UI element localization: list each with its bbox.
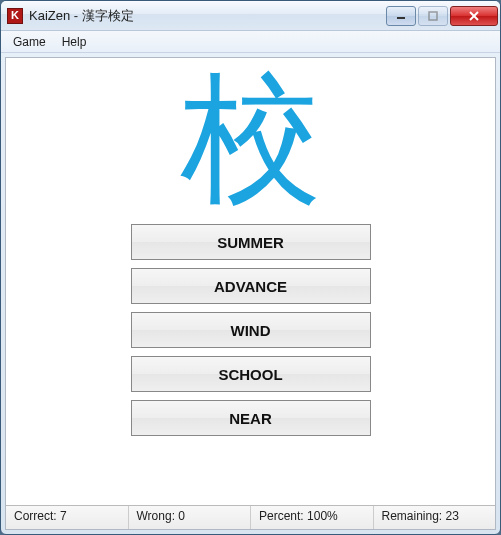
maximize-icon bbox=[428, 11, 438, 21]
window-controls bbox=[384, 6, 498, 26]
status-correct: Correct: 7 bbox=[6, 506, 129, 529]
kanji-display: 校 bbox=[6, 58, 495, 214]
answer-button-4[interactable]: NEAR bbox=[131, 400, 371, 436]
window-title: KaiZen - 漢字検定 bbox=[29, 7, 384, 25]
status-percent: Percent: 100% bbox=[251, 506, 374, 529]
menubar: Game Help bbox=[1, 31, 500, 53]
answer-button-1[interactable]: ADVANCE bbox=[131, 268, 371, 304]
close-button[interactable] bbox=[450, 6, 498, 26]
status-correct-label: Correct: bbox=[14, 509, 57, 523]
app-window: K KaiZen - 漢字検定 Game Help 校 SUMMER bbox=[0, 0, 501, 535]
status-remaining-value: 23 bbox=[446, 509, 459, 523]
status-percent-value: 100% bbox=[307, 509, 338, 523]
status-wrong: Wrong: 0 bbox=[129, 506, 252, 529]
titlebar[interactable]: K KaiZen - 漢字検定 bbox=[1, 1, 500, 31]
kanji-glyph: 校 bbox=[6, 68, 495, 208]
answer-list: SUMMER ADVANCE WIND SCHOOL NEAR bbox=[6, 214, 495, 446]
answer-button-2[interactable]: WIND bbox=[131, 312, 371, 348]
close-icon bbox=[468, 11, 480, 21]
minimize-icon bbox=[396, 11, 406, 21]
status-wrong-value: 0 bbox=[178, 509, 185, 523]
menu-help[interactable]: Help bbox=[54, 33, 95, 51]
minimize-button[interactable] bbox=[386, 6, 416, 26]
client-area: 校 SUMMER ADVANCE WIND SCHOOL NEAR Correc… bbox=[5, 57, 496, 530]
status-remaining-label: Remaining: bbox=[382, 509, 443, 523]
app-icon: K bbox=[7, 8, 23, 24]
status-correct-value: 7 bbox=[60, 509, 67, 523]
answer-button-0[interactable]: SUMMER bbox=[131, 224, 371, 260]
answer-button-3[interactable]: SCHOOL bbox=[131, 356, 371, 392]
statusbar: Correct: 7 Wrong: 0 Percent: 100% Remain… bbox=[6, 505, 495, 529]
status-percent-label: Percent: bbox=[259, 509, 304, 523]
status-remaining: Remaining: 23 bbox=[374, 506, 496, 529]
svg-rect-1 bbox=[429, 12, 437, 20]
maximize-button[interactable] bbox=[418, 6, 448, 26]
menu-game[interactable]: Game bbox=[5, 33, 54, 51]
status-wrong-label: Wrong: bbox=[137, 509, 175, 523]
